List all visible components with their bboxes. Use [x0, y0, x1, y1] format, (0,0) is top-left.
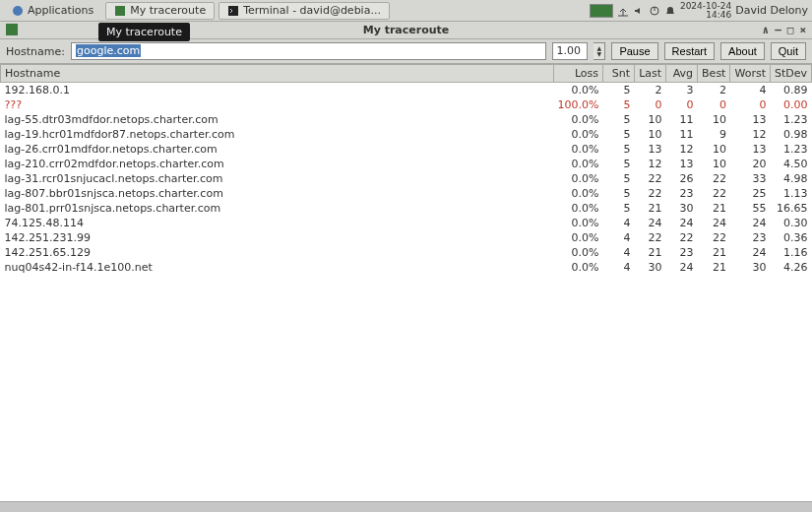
cell-best: 10 — [698, 142, 730, 157]
cell-last: 13 — [635, 142, 666, 157]
table-row[interactable]: lag-31.rcr01snjucacl.netops.charter.com0… — [1, 171, 812, 186]
workspace-indicator[interactable] — [590, 4, 613, 18]
cell-last: 21 — [635, 201, 666, 216]
clock[interactable]: 2024-10-24 14:46 — [680, 2, 731, 20]
power-icon[interactable] — [649, 5, 660, 17]
table-row[interactable]: 74.125.48.1140.0%4242424240.30 — [1, 216, 812, 230]
cell-avg: 11 — [666, 112, 698, 127]
cell-stdev: 4.98 — [770, 171, 811, 186]
table-row[interactable]: lag-801.prr01snjsca.netops.charter.com0.… — [1, 201, 812, 216]
cell-avg: 24 — [666, 216, 698, 230]
table-row[interactable]: lag-55.dtr03mdfdor.netops.charter.com0.0… — [1, 112, 812, 127]
window-icon — [114, 5, 126, 17]
cell-host: lag-31.rcr01snjucacl.netops.charter.com — [1, 171, 554, 186]
col-hostname[interactable]: Hostname — [1, 65, 554, 83]
cell-best: 22 — [698, 230, 730, 245]
table-row[interactable]: lag-807.bbr01snjsca.netops.charter.com0.… — [1, 186, 812, 201]
cell-stdev: 0.00 — [770, 97, 811, 112]
toolbar: Hostname: google.com 1.00▲▼ Pause Restar… — [0, 39, 812, 64]
taskbar-item-traceroute[interactable]: My traceroute — [105, 2, 215, 20]
cell-snt: 5 — [603, 186, 635, 201]
cell-loss: 100.0% — [554, 97, 603, 112]
cell-worst: 12 — [730, 127, 771, 142]
table-row[interactable]: 142.251.231.990.0%4222222230.36 — [1, 230, 812, 245]
table-row[interactable]: 192.168.0.10.0%523240.89 — [1, 83, 812, 98]
hostname-input[interactable]: google.com — [71, 42, 546, 60]
cell-last: 12 — [635, 157, 666, 171]
results-table-wrap: Hostname Loss Snt Last Avg Best Worst St… — [0, 64, 812, 501]
col-loss[interactable]: Loss — [554, 65, 603, 83]
col-best[interactable]: Best — [698, 65, 730, 83]
cell-avg: 26 — [666, 171, 698, 186]
table-row[interactable]: lag-210.crr02mdfdor.netops.charter.com0.… — [1, 157, 812, 171]
table-row[interactable]: ???100.0%500000.00 — [1, 97, 812, 112]
cell-best: 9 — [698, 127, 730, 142]
window-maximize-button[interactable]: □ — [787, 24, 794, 36]
quit-button[interactable]: Quit — [771, 42, 806, 60]
window-close-button[interactable]: × — [799, 24, 806, 36]
taskbar-item-terminal[interactable]: Terminal - david@debia... — [219, 2, 390, 20]
cell-snt: 4 — [603, 245, 635, 260]
cell-snt: 5 — [603, 171, 635, 186]
cell-avg: 30 — [666, 201, 698, 216]
cell-last: 10 — [635, 112, 666, 127]
cell-snt: 5 — [603, 112, 635, 127]
table-row[interactable]: 142.251.65.1290.0%4212321241.16 — [1, 245, 812, 260]
cell-worst: 30 — [730, 260, 771, 275]
window-shade-button[interactable]: ∧ — [763, 24, 770, 36]
svg-rect-1 — [115, 6, 125, 16]
cell-host: ??? — [1, 97, 554, 112]
xfce-logo-icon — [12, 5, 24, 17]
col-stdev[interactable]: StDev — [770, 65, 811, 83]
svg-point-0 — [13, 6, 23, 16]
cell-worst: 20 — [730, 157, 771, 171]
desktop-panel: Applications My traceroute Terminal - da… — [0, 0, 812, 22]
cell-loss: 0.0% — [554, 127, 603, 142]
cell-loss: 0.0% — [554, 171, 603, 186]
cell-stdev: 1.13 — [770, 186, 811, 201]
network-icon[interactable] — [617, 5, 629, 17]
cell-stdev: 0.89 — [770, 83, 811, 98]
notification-icon[interactable] — [664, 5, 676, 17]
table-row[interactable]: nuq04s42-in-f14.1e100.net0.0%4302421304.… — [1, 260, 812, 275]
cell-last: 30 — [635, 260, 666, 275]
cell-last: 0 — [635, 97, 666, 112]
col-avg[interactable]: Avg — [666, 65, 698, 83]
cell-avg: 22 — [666, 230, 698, 245]
restart-button[interactable]: Restart — [664, 42, 715, 60]
about-button[interactable]: About — [720, 42, 765, 60]
cell-worst: 23 — [730, 230, 771, 245]
table-row[interactable]: lag-26.crr01mdfdor.netops.charter.com0.0… — [1, 142, 812, 157]
cell-last: 22 — [635, 230, 666, 245]
cell-host: lag-26.crr01mdfdor.netops.charter.com — [1, 142, 554, 157]
cell-loss: 0.0% — [554, 216, 603, 230]
svg-rect-5 — [6, 24, 18, 35]
cell-last: 2 — [635, 83, 666, 98]
cell-snt: 5 — [603, 83, 635, 98]
status-bar — [0, 501, 812, 511]
cell-loss: 0.0% — [554, 201, 603, 216]
interval-input[interactable]: 1.00 — [552, 42, 588, 60]
user-name[interactable]: David Delony — [735, 4, 808, 17]
volume-icon[interactable] — [633, 5, 645, 17]
col-snt[interactable]: Snt — [603, 65, 635, 83]
applications-menu[interactable]: Applications — [4, 2, 101, 20]
window-title: My traceroute — [363, 24, 450, 36]
window-minimize-button[interactable]: – — [775, 24, 781, 36]
cell-snt: 4 — [603, 230, 635, 245]
col-last[interactable]: Last — [635, 65, 666, 83]
cell-stdev: 4.50 — [770, 157, 811, 171]
cell-avg: 3 — [666, 83, 698, 98]
interval-spinner[interactable]: ▲▼ — [593, 42, 605, 60]
cell-worst: 4 — [730, 83, 771, 98]
cell-snt: 5 — [603, 97, 635, 112]
col-worst[interactable]: Worst — [730, 65, 771, 83]
table-row[interactable]: lag-19.hcr01mdfdor87.netops.charter.com0… — [1, 127, 812, 142]
cell-best: 22 — [698, 171, 730, 186]
cell-snt: 4 — [603, 216, 635, 230]
taskbar-item-label: My traceroute — [130, 4, 206, 17]
cell-worst: 13 — [730, 112, 771, 127]
pause-button[interactable]: Pause — [611, 42, 657, 60]
cell-snt: 5 — [603, 201, 635, 216]
cell-loss: 0.0% — [554, 142, 603, 157]
